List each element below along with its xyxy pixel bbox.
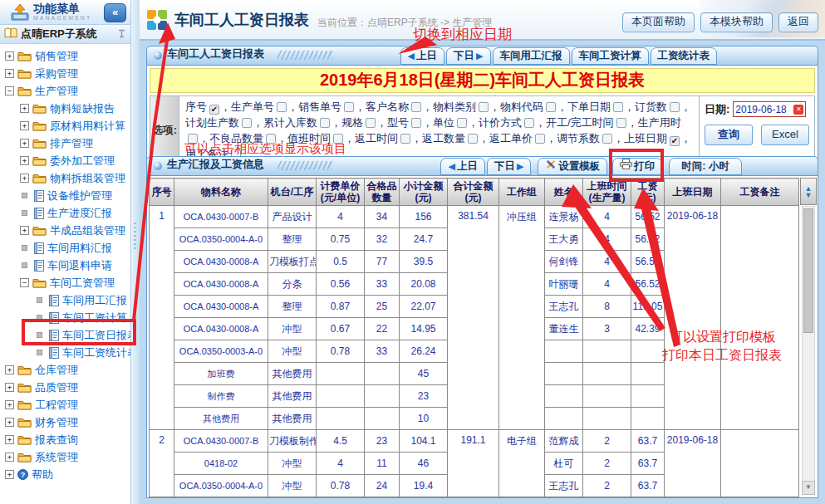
option-label[interactable]: 客户名称: [366, 100, 409, 113]
option-item-物料代码[interactable]: 物料代码: [500, 100, 557, 113]
expand-icon[interactable]: +: [20, 226, 29, 235]
sidebar-item-销售管理[interactable]: +销售管理: [0, 47, 130, 65]
sidebar-item-label[interactable]: 车间退料申请: [47, 258, 112, 273]
option-item-计价方式[interactable]: 计价方式: [479, 116, 535, 129]
checkbox-unchecked[interactable]: [468, 134, 478, 144]
sidebar-item-label[interactable]: 品质管理: [35, 380, 78, 395]
sidebar-item-label[interactable]: 设备维护管理: [47, 188, 112, 203]
option-item-生产单号[interactable]: 生产单号: [231, 100, 287, 113]
checkbox-unchecked[interactable]: [333, 134, 343, 144]
option-label[interactable]: 值班时间: [287, 132, 331, 144]
option-item-物料类别[interactable]: 物料类别: [433, 100, 489, 113]
checkbox-unchecked[interactable]: [602, 134, 612, 144]
sidebar-item-label[interactable]: 物料短缺报告: [50, 101, 115, 116]
option-item-计划生产数[interactable]: 计划生产数: [185, 116, 253, 129]
checkbox-unchecked[interactable]: [400, 134, 410, 144]
expand-icon[interactable]: +: [20, 156, 29, 165]
option-label[interactable]: 单位: [433, 116, 454, 129]
option-label[interactable]: 生产单号: [231, 100, 274, 113]
sidebar-item-委外加工管理[interactable]: +委外加工管理: [0, 152, 130, 169]
expand-icon[interactable]: +: [5, 51, 14, 61]
module-help-button[interactable]: 本模块帮助: [700, 12, 773, 32]
sidebar-collapse-button[interactable]: «: [104, 3, 126, 22]
sidebar-item-label[interactable]: 生产管理: [35, 84, 78, 99]
option-item-订货数[interactable]: 订货数: [635, 100, 680, 113]
sidebar-item-车间工资日报表[interactable]: 车间工资日报表: [0, 326, 130, 344]
option-label[interactable]: 规格: [341, 116, 363, 129]
sidebar-item-label[interactable]: 车间工资日报表: [62, 328, 138, 343]
excel-button[interactable]: Excel: [761, 125, 809, 145]
sidebar-item-label[interactable]: 车间工资统计表: [62, 345, 138, 360]
sidebar-item-报表查询[interactable]: +报表查询: [0, 431, 130, 448]
checkbox-unchecked[interactable]: [670, 102, 680, 112]
checkbox-unchecked[interactable]: [277, 102, 287, 112]
option-label[interactable]: 物料代码: [500, 100, 543, 113]
scrollbar-down-button[interactable]: ▼: [802, 481, 815, 495]
sidebar-item-物料拆组装管理[interactable]: +物料拆组装管理: [0, 169, 130, 187]
sidebar-item-车间工资管理[interactable]: −车间工资管理: [0, 274, 130, 291]
sidebar-item-label[interactable]: 车间用料汇报: [47, 241, 112, 256]
pin-icon[interactable]: [117, 28, 126, 41]
tab-labor-report[interactable]: 车间用工汇报: [493, 47, 570, 65]
sidebar-item-品质管理[interactable]: +品质管理: [0, 379, 130, 396]
option-item-累计入库数[interactable]: 累计入库数: [263, 116, 331, 129]
page-help-button[interactable]: 本页面帮助: [622, 12, 695, 32]
expand-icon[interactable]: +: [20, 174, 29, 183]
option-label[interactable]: 下单日期: [567, 100, 611, 113]
option-item-返工时间[interactable]: 返工时间: [355, 132, 411, 144]
chevron-down-icon[interactable]: ▼: [805, 192, 813, 198]
option-label[interactable]: 累计入库数: [263, 116, 317, 129]
prev-day-button-2[interactable]: ◀上日: [440, 158, 484, 175]
option-label[interactable]: 物料类别: [433, 100, 476, 113]
sidebar-item-采购管理[interactable]: +采购管理: [0, 65, 130, 82]
next-day-button-2[interactable]: 下日▶: [487, 158, 531, 175]
expand-icon[interactable]: +: [5, 69, 14, 78]
sidebar-item-车间用工汇报[interactable]: 车间用工汇报: [0, 291, 130, 309]
collapse-icon[interactable]: −: [5, 86, 14, 95]
sidebar-item-label[interactable]: 仓库管理: [35, 363, 78, 378]
checkbox-unchecked[interactable]: [613, 102, 623, 112]
sidebar-item-label[interactable]: 委外加工管理: [50, 154, 115, 169]
sidebar-item-仓库管理[interactable]: +仓库管理: [0, 361, 130, 379]
option-item-销售单号[interactable]: 销售单号: [298, 100, 355, 113]
checkbox-checked[interactable]: ✔: [209, 105, 219, 115]
option-item-返工单价[interactable]: 返工单价: [489, 132, 546, 144]
checkbox-unchecked[interactable]: [266, 134, 276, 144]
sidebar-item-车间工资计算[interactable]: 车间工资计算: [0, 309, 130, 326]
option-label[interactable]: 销售单号: [298, 100, 341, 113]
option-item-调节系数[interactable]: 调节系数: [557, 132, 613, 144]
option-label[interactable]: 上班日期: [624, 132, 667, 144]
checkbox-unchecked[interactable]: [411, 102, 421, 112]
option-label[interactable]: 计价方式: [479, 116, 522, 129]
option-label[interactable]: 不良品数量: [209, 132, 263, 144]
expand-icon[interactable]: +: [5, 418, 14, 427]
sidebar-item-label[interactable]: 车间工资计算: [62, 311, 127, 325]
sidebar-item-label[interactable]: 物料拆组装管理: [50, 171, 125, 186]
option-item-值班时间[interactable]: 值班时间: [287, 132, 344, 144]
next-day-button[interactable]: 下日▶: [446, 47, 490, 65]
checkbox-unchecked[interactable]: [616, 118, 626, 128]
print-button[interactable]: 打印: [612, 158, 662, 175]
expand-icon[interactable]: +: [5, 453, 14, 462]
sidebar-item-设备维护管理[interactable]: 设备维护管理: [0, 187, 130, 204]
set-template-button[interactable]: 设置模板: [538, 158, 607, 175]
sidebar-item-label[interactable]: 采购管理: [35, 66, 78, 81]
sidebar-item-车间用料汇报[interactable]: 车间用料汇报: [0, 239, 130, 257]
checkbox-unchecked[interactable]: [242, 118, 252, 128]
checkbox-unchecked[interactable]: [344, 102, 354, 112]
option-item-上班日期[interactable]: 上班日期✔: [624, 132, 680, 144]
checkbox-unchecked[interactable]: [524, 118, 534, 128]
sidebar-item-label[interactable]: 原材料用料计算: [50, 119, 125, 134]
option-label[interactable]: 生产用时: [638, 116, 681, 129]
option-label[interactable]: 序号: [185, 100, 207, 113]
sidebar-item-车间工资统计表[interactable]: 车间工资统计表: [0, 344, 130, 361]
calendar-icon[interactable]: ✕: [793, 105, 803, 115]
option-item-客户名称[interactable]: 客户名称: [366, 100, 422, 113]
date-input[interactable]: 2019-06-18 ✕: [733, 101, 806, 117]
tab-wage-stats[interactable]: 工资统计表: [651, 47, 718, 65]
checkbox-unchecked[interactable]: [411, 118, 421, 128]
sidebar-item-label[interactable]: 财务管理: [35, 415, 78, 430]
sidebar-item-label[interactable]: 排产管理: [50, 136, 93, 151]
checkbox-unchecked[interactable]: [366, 118, 376, 128]
checkbox-unchecked[interactable]: [535, 134, 545, 144]
